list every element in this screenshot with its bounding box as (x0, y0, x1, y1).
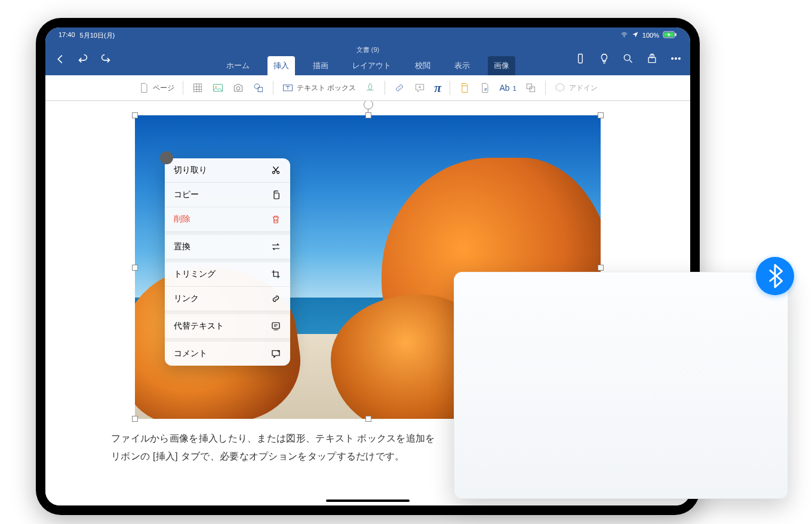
tab-insert[interactable]: 挿入 (267, 56, 295, 75)
bluetooth-badge (756, 257, 794, 295)
share-button[interactable] (646, 53, 658, 67)
menu-copy[interactable]: コピー (165, 183, 290, 207)
ribbon-link-button[interactable] (393, 82, 405, 94)
resize-handle-ml[interactable] (132, 265, 138, 271)
context-menu: 切り取り コピー 削除 置換 トリミング リンク 代替テキスト コメント (165, 158, 290, 366)
svg-point-20 (277, 171, 279, 174)
menu-replace[interactable]: 置換 (165, 232, 290, 259)
menu-cut[interactable]: 切り取り (165, 158, 290, 183)
ribbon-icons-button[interactable] (364, 82, 376, 94)
svg-point-12 (236, 87, 240, 90)
cursor-indicator (160, 151, 173, 164)
ribbon-header-button[interactable] (459, 82, 470, 94)
menu-link[interactable]: リンク (165, 287, 290, 311)
svg-rect-4 (579, 54, 583, 63)
home-indicator[interactable] (326, 500, 410, 502)
resize-handle-bm[interactable] (365, 416, 371, 422)
resize-handle-bl[interactable] (132, 416, 138, 422)
tab-draw[interactable]: 描画 (307, 56, 334, 75)
rotate-handle[interactable] (364, 101, 373, 109)
ribbon-textbox-button[interactable]: テキスト ボックス (282, 82, 356, 94)
svg-rect-21 (274, 193, 279, 199)
ribbon-addin-button[interactable]: アドイン (554, 82, 598, 94)
status-time: 17:40 (59, 31, 75, 40)
battery-icon (663, 31, 677, 39)
ribbon-page-button[interactable]: ページ (138, 82, 174, 94)
lightbulb-button[interactable] (598, 53, 610, 67)
resize-handle-tm[interactable] (365, 112, 371, 118)
ribbon-pagenumber-button[interactable]: # (479, 82, 491, 94)
svg-point-19 (272, 171, 275, 174)
bluetooth-icon (766, 263, 784, 289)
status-bar: 17:40 5月10日(月) 100% (45, 27, 690, 43)
svg-point-13 (254, 84, 259, 88)
status-date: 5月10日(月) (80, 31, 115, 40)
ribbon-table-button[interactable] (192, 82, 204, 94)
insert-ribbon: ページ テキスト ボックス π # Ab1 アドイン (45, 75, 690, 101)
tab-picture[interactable]: 画像 (488, 56, 515, 75)
ribbon-picture-button[interactable] (212, 82, 224, 94)
location-icon (632, 31, 639, 39)
menu-alttext[interactable]: 代替テキスト (165, 311, 290, 339)
svg-rect-22 (272, 323, 279, 329)
wifi-icon (620, 31, 628, 40)
svg-point-0 (624, 36, 625, 37)
svg-point-8 (678, 58, 680, 60)
svg-rect-17 (527, 84, 531, 88)
magic-trackpad[interactable] (454, 272, 788, 499)
battery-pct: 100% (642, 32, 659, 39)
svg-point-11 (215, 86, 217, 88)
ribbon-object-button[interactable] (525, 82, 537, 94)
ribbon-equation-button[interactable]: π (434, 80, 441, 96)
tab-layout[interactable]: レイアウト (346, 56, 397, 75)
ribbon-footnote-button[interactable]: Ab1 (499, 83, 516, 93)
resize-handle-tl[interactable] (132, 112, 138, 118)
resize-handle-tr[interactable] (598, 112, 604, 118)
ribbon-camera-button[interactable] (232, 82, 244, 94)
svg-point-6 (672, 58, 673, 60)
resize-handle-mr[interactable] (598, 265, 604, 271)
more-button[interactable] (670, 53, 682, 67)
menu-comment[interactable]: コメント (165, 339, 290, 366)
search-button[interactable] (622, 53, 634, 67)
svg-point-5 (624, 54, 630, 60)
svg-point-7 (675, 58, 677, 60)
tab-review[interactable]: 校閲 (409, 56, 436, 75)
device-button[interactable] (574, 53, 586, 67)
tab-home[interactable]: ホーム (220, 56, 256, 75)
tab-view[interactable]: 表示 (448, 56, 476, 75)
svg-text:#: # (485, 87, 488, 92)
svg-rect-18 (530, 87, 534, 91)
title-bar: 文書 (9) ホーム 挿入 描画 レイアウト 校閲 表示 画像 (45, 43, 690, 75)
ribbon-shapes-button[interactable] (253, 82, 264, 94)
svg-rect-9 (193, 84, 201, 91)
svg-rect-3 (675, 33, 676, 36)
menu-crop[interactable]: トリミング (165, 259, 290, 287)
menu-delete[interactable]: 削除 (165, 207, 290, 232)
ribbon-comment-button[interactable] (414, 82, 426, 94)
